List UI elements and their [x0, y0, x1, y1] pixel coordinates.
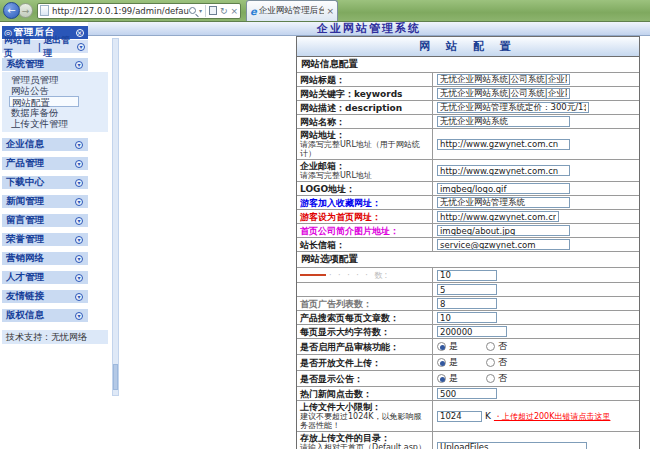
table-row: 网站描述：description [297, 100, 639, 114]
product-audit-radio-yes[interactable] [437, 342, 446, 351]
sidebar-section-copyright[interactable]: 版权信息▾ [2, 309, 88, 322]
chars-per-page-input[interactable] [437, 326, 507, 337]
site-url-input[interactable] [437, 139, 570, 150]
table-row: 网站地址：请添写完整URL地址（用于网站统计） [297, 128, 639, 159]
sidebar-section-system[interactable]: 系统管理 ▾ [2, 58, 88, 71]
section-label: 版权信息 [6, 309, 44, 322]
scrollbar-thumb[interactable] [113, 364, 118, 390]
description-input[interactable] [437, 102, 589, 113]
sidebar-section-message[interactable]: 留言管理▾ [2, 214, 88, 227]
sidebar-section-company[interactable]: 企业信息▾ [2, 138, 88, 151]
page-header: 企业网站管理系统 [88, 22, 650, 36]
refresh-icon[interactable]: ↻ [220, 6, 228, 16]
table-row [297, 282, 639, 296]
table-row: 热门新闻点击数： [297, 386, 639, 400]
tab-close-icon[interactable]: × [326, 6, 334, 16]
collapse-icon[interactable]: × [76, 29, 84, 37]
product-search-count-input[interactable] [437, 312, 497, 323]
list-count-1-input[interactable] [437, 270, 497, 281]
chevron-down-icon[interactable]: ▾ [199, 7, 202, 14]
logo-path-input[interactable] [437, 183, 570, 194]
table-title: 网 站 配 置 [297, 37, 639, 56]
table-row: 网站标题： [297, 72, 639, 86]
table-row: 首页广告列表数： [297, 296, 639, 310]
upload-error-link[interactable]: ・上传超过200K出错请点击这里 [494, 411, 611, 422]
url-text[interactable]: http://127.0.0.1:99/admin/default.asp [52, 6, 189, 16]
field-label: 上传文件大小限制： [300, 402, 429, 412]
sidebar-submenu: 管理员管理 网站公告 网站配置 数据库备份 上传文件管理 [2, 72, 108, 132]
field-label: 企业邮箱： [300, 161, 429, 171]
sidebar-item-db-backup[interactable]: 数据库备份 [2, 107, 108, 118]
address-bar-icons: ▾ ↻ × [189, 5, 238, 17]
logout-link[interactable]: 退出管理 [43, 34, 75, 60]
section-label: 新闻管理 [6, 195, 44, 208]
home-link[interactable]: 网站首页 [4, 34, 36, 60]
browser-tab[interactable]: e 企业网站管理后台 × [246, 0, 338, 21]
section-label: 荣誉管理 [6, 233, 44, 246]
radio-label: 否 [498, 340, 507, 353]
sidebar-scrollbar[interactable] [112, 38, 119, 396]
search-icon[interactable] [189, 7, 196, 14]
section-label: 企业信息 [6, 138, 44, 151]
homepage-url-input[interactable] [437, 211, 559, 222]
upload-dir-input[interactable] [437, 442, 587, 449]
webmaster-email-input[interactable] [437, 239, 570, 250]
sidebar-item-site-notice[interactable]: 网站公告 [2, 85, 108, 96]
section-toggle-icon[interactable]: ▾ [75, 141, 83, 149]
sidebar-section-links[interactable]: 友情链接▾ [2, 290, 88, 303]
section-toggle-icon[interactable]: ▾ [75, 179, 83, 187]
product-audit-radio-no[interactable] [486, 342, 495, 351]
table-row: 首页公司简介图片地址： [297, 223, 639, 237]
sidebar-section-product[interactable]: 产品管理▾ [2, 157, 88, 170]
section-header-info: 网站信息配置 [297, 56, 639, 72]
table-row: 网站名称： [297, 114, 639, 128]
stop-icon[interactable]: × [230, 6, 238, 16]
section-toggle-icon[interactable]: ▾ [75, 61, 83, 69]
section-toggle-icon[interactable]: ▾ [75, 274, 83, 282]
about-image-input[interactable] [437, 225, 570, 236]
upload-size-input[interactable] [437, 411, 482, 422]
section-toggle-icon[interactable]: ▾ [75, 160, 83, 168]
section-toggle-icon[interactable]: ▾ [75, 198, 83, 206]
company-email-input[interactable] [437, 165, 570, 176]
field-label: 首页广告列表数： [300, 299, 429, 309]
sidebar-section-news[interactable]: 新闻管理▾ [2, 195, 88, 208]
section-toggle-icon[interactable]: ▾ [75, 312, 83, 320]
field-sublabel: 请添写完整URL地址 [300, 171, 429, 180]
file-upload-radio-yes[interactable] [437, 358, 446, 367]
field-label: 首页公司简介图片地址： [300, 226, 429, 236]
compatibility-icon[interactable] [209, 6, 217, 15]
file-upload-radio-no[interactable] [486, 358, 495, 367]
address-bar[interactable]: http://127.0.0.1:99/admin/default.asp ▾ … [37, 3, 241, 19]
show-notice-radio-no[interactable] [486, 374, 495, 383]
field-label: 网站描述：description [300, 103, 429, 113]
browser-window: ← → http://127.0.0.1:99/admin/default.as… [0, 0, 650, 449]
field-label: 网站标题： [300, 75, 429, 85]
sidebar-section-hr[interactable]: 人才管理▾ [2, 271, 88, 284]
site-name-input[interactable] [437, 116, 570, 127]
radio-label: 否 [498, 372, 507, 385]
table-row: 是否启用产品审核功能：是否 [297, 338, 639, 354]
section-label: 营销网络 [6, 252, 44, 265]
section-toggle-icon[interactable]: ▾ [75, 217, 83, 225]
section-toggle-icon[interactable]: ▾ [75, 255, 83, 263]
back-button[interactable]: ← [3, 2, 20, 19]
list-count-2-input[interactable] [437, 284, 497, 295]
sidebar-section-honor[interactable]: 荣誉管理▾ [2, 233, 88, 246]
field-label: 热门新闻点击数： [300, 389, 429, 399]
favorite-title-input[interactable] [437, 197, 570, 208]
sidebar-item-site-config[interactable]: 网站配置 [9, 96, 79, 107]
site-title-input[interactable] [437, 74, 570, 85]
keywords-input[interactable] [437, 88, 570, 99]
sidebar-section-download[interactable]: 下载中心▾ [2, 176, 88, 189]
hot-news-clicks-input[interactable] [437, 388, 497, 399]
forward-button[interactable]: → [18, 3, 33, 18]
section-toggle-icon[interactable]: ▾ [75, 293, 83, 301]
ad-list-count-input[interactable] [437, 298, 497, 309]
sidebar-item-admin-manage[interactable]: 管理员管理 [2, 74, 108, 85]
sidebar-item-upload-manage[interactable]: 上传文件管理 [2, 118, 108, 129]
section-toggle-icon[interactable]: ▾ [75, 236, 83, 244]
show-notice-radio-yes[interactable] [437, 374, 446, 383]
sidebar-section-marketing[interactable]: 营销网络▾ [2, 252, 88, 265]
table-row: 是否显示公告：是否 [297, 370, 639, 386]
